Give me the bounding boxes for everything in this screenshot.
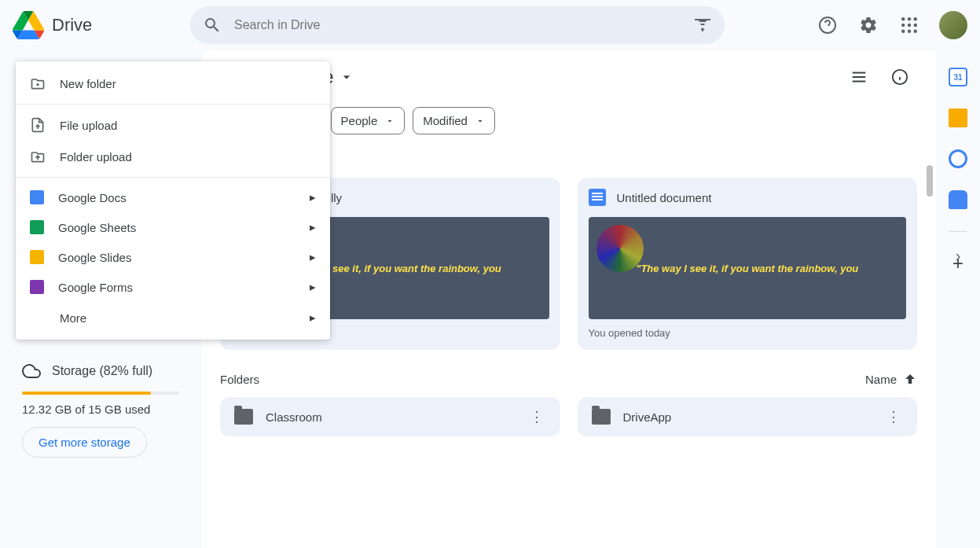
apps-button[interactable]: [892, 8, 927, 42]
menu-google-docs[interactable]: Google Docs ▸: [16, 182, 330, 212]
filter-chip-modified[interactable]: Modified: [413, 107, 495, 134]
header: Drive: [0, 0, 980, 50]
more-button[interactable]: ⋮: [884, 408, 903, 425]
search-bar[interactable]: [190, 6, 725, 44]
header-actions: [810, 8, 967, 42]
menu-google-sheets[interactable]: Google Sheets ▸: [16, 212, 330, 242]
svg-point-9: [914, 30, 917, 33]
tasks-button[interactable]: [949, 149, 967, 168]
svg-point-7: [901, 30, 905, 33]
folder-icon: [234, 409, 253, 425]
list-icon: [850, 68, 868, 86]
more-button[interactable]: ⋮: [527, 408, 546, 425]
storage-fill: [22, 392, 151, 395]
info-icon: [891, 68, 908, 86]
folder-name: DriveApp: [623, 410, 872, 424]
folder-card[interactable]: DriveApp ⋮: [578, 397, 918, 436]
menu-folder-upload[interactable]: Folder upload: [16, 141, 330, 172]
menu-more[interactable]: More ▸: [16, 302, 330, 333]
chevron-down-icon: [385, 116, 395, 126]
submenu-arrow-icon: ▸: [310, 280, 316, 294]
folders-row: Classroom ⋮ DriveApp ⋮: [220, 397, 917, 436]
logo-area[interactable]: Drive: [13, 9, 184, 41]
svg-point-3: [914, 17, 917, 20]
svg-point-8: [908, 30, 911, 33]
content-actions: [842, 60, 917, 94]
divider: [949, 231, 967, 232]
divider: [16, 104, 330, 105]
svg-point-4: [901, 24, 905, 27]
folder-icon: [592, 409, 611, 425]
new-menu: New folder File upload Folder upload Goo…: [16, 61, 330, 340]
folders-header: Folders Name: [220, 372, 917, 386]
drive-logo-icon: [13, 9, 44, 41]
cloud-icon: [22, 362, 41, 381]
submenu-arrow-icon: ▸: [310, 220, 316, 234]
docs-icon: [30, 190, 44, 204]
help-button[interactable]: [810, 8, 845, 42]
keep-button[interactable]: [949, 108, 967, 127]
sheets-icon: [30, 220, 44, 234]
contacts-button[interactable]: [949, 190, 967, 209]
folders-title: Folders: [220, 373, 259, 386]
search-input[interactable]: [234, 18, 681, 32]
svg-point-1: [901, 17, 905, 20]
divider: [16, 177, 330, 178]
storage-used-text: 12.32 GB of 15 GB used: [22, 403, 179, 416]
chevron-down-icon: [475, 116, 485, 126]
apps-icon: [901, 17, 917, 33]
search-icon: [203, 16, 222, 35]
folder-upload-icon: [30, 149, 46, 164]
card-title: Untitled document: [617, 191, 712, 204]
submenu-arrow-icon: ▸: [310, 250, 316, 264]
search-options-icon[interactable]: [693, 16, 712, 35]
right-side-panel: 31 + ›: [936, 55, 980, 273]
folder-name: Classroom: [266, 410, 515, 424]
forms-icon: [30, 280, 44, 294]
list-view-button[interactable]: [842, 60, 876, 94]
storage-label: Storage (82% full): [52, 364, 152, 378]
svg-point-2: [908, 17, 911, 20]
file-upload-icon: [30, 117, 46, 133]
menu-file-upload[interactable]: File upload: [16, 109, 330, 141]
storage-bar: [22, 392, 179, 395]
suggested-card[interactable]: Untitled document "The way I see it, if …: [578, 178, 918, 350]
new-folder-icon: [30, 75, 46, 91]
hide-panel-button[interactable]: ›: [949, 246, 967, 265]
menu-google-forms[interactable]: Google Forms ▸: [16, 272, 330, 302]
suggested-title: Suggested: [259, 153, 917, 167]
get-storage-button[interactable]: Get more storage: [22, 427, 147, 458]
settings-button[interactable]: [851, 8, 886, 42]
svg-point-5: [908, 24, 911, 27]
card-preview: "The way I see it, if you want the rainb…: [589, 217, 907, 319]
menu-google-slides[interactable]: Google Slides ▸: [16, 242, 330, 272]
folder-card[interactable]: Classroom ⋮: [220, 397, 560, 436]
submenu-arrow-icon: ▸: [310, 311, 316, 325]
filter-chip-people[interactable]: People: [331, 107, 406, 134]
docs-icon: [589, 189, 606, 206]
storage-section: Storage (82% full) 12.32 GB of 15 GB use…: [13, 362, 189, 458]
slides-icon: [30, 250, 44, 264]
storage-row[interactable]: Storage (82% full): [22, 362, 179, 381]
submenu-arrow-icon: ▸: [310, 190, 316, 204]
chevron-down-icon: [339, 69, 354, 85]
calendar-button[interactable]: 31: [949, 68, 967, 86]
app-name: Drive: [52, 15, 92, 35]
arrow-up-icon: [903, 372, 917, 386]
gear-icon: [859, 16, 878, 35]
svg-point-6: [914, 24, 917, 27]
scrollbar[interactable]: [927, 165, 933, 197]
card-meta: You opened today: [589, 327, 907, 339]
menu-new-folder[interactable]: New folder: [16, 68, 330, 99]
user-avatar[interactable]: [939, 11, 967, 39]
help-icon: [818, 16, 837, 35]
info-button[interactable]: [883, 60, 917, 94]
sort-control[interactable]: Name: [865, 372, 917, 386]
